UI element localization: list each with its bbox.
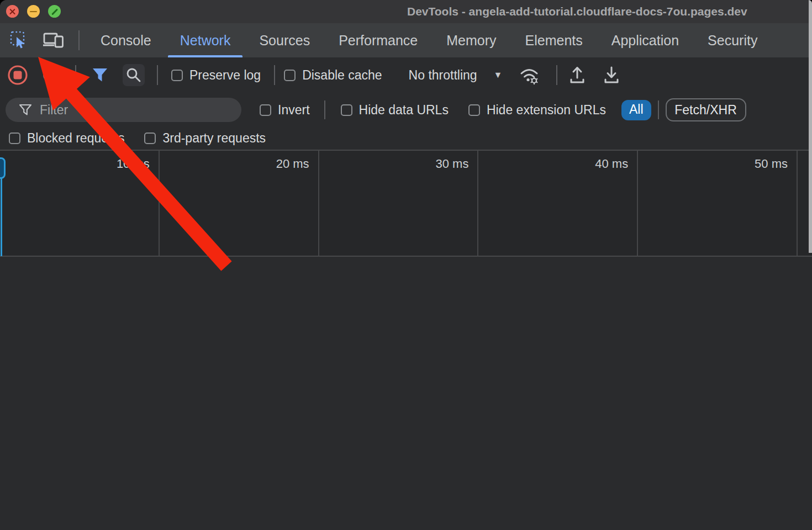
panel-tabs: Console Network Sources Performance Memo… [86,23,772,57]
tab-sources[interactable]: Sources [245,23,324,57]
filter-separator [658,100,659,119]
record-icon [7,64,29,86]
filter-funnel-icon [92,67,108,83]
toolbar-separator [274,65,275,85]
title-bar: DevTools - angela-add-tutorial.cloudflar… [0,0,812,23]
hide-extension-urls-label[interactable]: Hide extension URLs [487,103,606,118]
toolbar-separator [556,65,557,85]
timeline-segment: 30 ms [319,151,479,256]
invert-checkbox[interactable] [260,104,271,116]
timeline-tick-label: 20 ms [160,151,318,171]
timeline-tick-label: 10 ms [0,151,159,171]
timeline-segment: 40 ms [478,151,638,256]
filter-chip-all[interactable]: All [621,100,651,120]
disable-cache-checkbox[interactable] [284,70,296,81]
timeline-tick-label: 30 ms [319,151,478,171]
wifi-gear-icon [518,64,542,86]
tabbar-separator [78,30,80,50]
blocked-requests-checkbox[interactable] [9,132,20,144]
invert-label[interactable]: Invert [278,103,310,118]
toolbar-separator [75,65,76,85]
device-toolbar-icon [42,30,65,51]
tab-network[interactable]: Network [166,23,245,57]
filter-funnel-outline-icon [19,104,32,116]
close-icon [6,5,19,18]
network-requests-panel: Recording network activity… Perform a re… [0,258,812,530]
hide-extension-urls-checkbox[interactable] [468,104,480,116]
tab-console[interactable]: Console [86,23,166,57]
import-har-button[interactable] [568,65,586,85]
search-icon [125,67,142,83]
window-title: DevTools - angela-add-tutorial.cloudflar… [407,5,747,18]
throttling-value: No throttling [409,68,477,83]
zoom-icon [48,5,61,18]
blocked-requests-label[interactable]: Blocked requests [27,131,124,146]
tab-memory[interactable]: Memory [432,23,510,57]
timeline-tick-label: 50 ms [638,151,797,171]
timeline-selection-edge [1,177,2,256]
upload-icon [568,65,586,85]
inspect-cursor-icon [9,30,30,51]
tab-elements[interactable]: Elements [511,23,597,57]
preserve-log-checkbox[interactable] [171,70,183,81]
inspect-element-button[interactable] [9,30,30,51]
filter-input[interactable] [40,103,241,118]
toolbar-separator [157,65,158,85]
export-har-button[interactable] [603,65,620,85]
filter-toggle-button[interactable] [92,67,108,83]
network-toolbar: Preserve log Disable cache No throttling… [0,57,812,93]
disable-cache-label[interactable]: Disable cache [302,68,382,83]
more-filters-row: Blocked requests 3rd-party requests [0,127,812,150]
network-conditions-button[interactable] [518,64,542,86]
timeline-segment: 50 ms [638,151,798,256]
tab-application[interactable]: Application [597,23,693,57]
tab-performance[interactable]: Performance [324,23,432,57]
download-icon [603,65,620,85]
devtools-window: DevTools - angela-add-tutorial.cloudflar… [0,0,812,530]
filter-separator [324,100,325,119]
filter-chip-fetch-xhr[interactable]: Fetch/XHR [666,98,746,121]
hide-data-urls-checkbox[interactable] [341,104,352,116]
chevron-down-icon: ▼ [494,70,503,80]
tab-security[interactable]: Security [693,23,772,57]
search-network-button[interactable] [123,64,145,86]
filter-input-container [6,98,241,122]
clear-icon [43,67,58,83]
minimize-icon [27,5,40,18]
throttling-dropdown[interactable]: No throttling ▼ [396,68,503,83]
timeline-tick-label: 40 ms [478,151,637,171]
hide-data-urls-label[interactable]: Hide data URLs [359,103,449,118]
record-network-log-button[interactable] [7,64,29,86]
toggle-device-toolbar-button[interactable] [42,30,65,51]
clear-network-log-button[interactable] [43,67,58,83]
minimize-window-button[interactable] [27,5,40,18]
devtools-tab-bar: Console Network Sources Performance Memo… [0,23,812,57]
timeline-segment: 20 ms [160,151,319,256]
preserve-log-label[interactable]: Preserve log [189,68,261,83]
zoom-window-button[interactable] [48,5,61,18]
third-party-requests-checkbox[interactable] [144,132,156,144]
network-overview-timeline[interactable]: 10 ms 20 ms 30 ms 40 ms 50 ms [0,150,812,257]
network-filter-bar: Invert Hide data URLs Hide extension URL… [0,93,812,127]
timeline-left-drag-handle[interactable] [0,157,6,179]
timeline-segment: 10 ms [0,151,160,256]
background-window-edge [809,0,812,253]
close-window-button[interactable] [6,5,19,18]
third-party-requests-label[interactable]: 3rd-party requests [162,131,266,146]
